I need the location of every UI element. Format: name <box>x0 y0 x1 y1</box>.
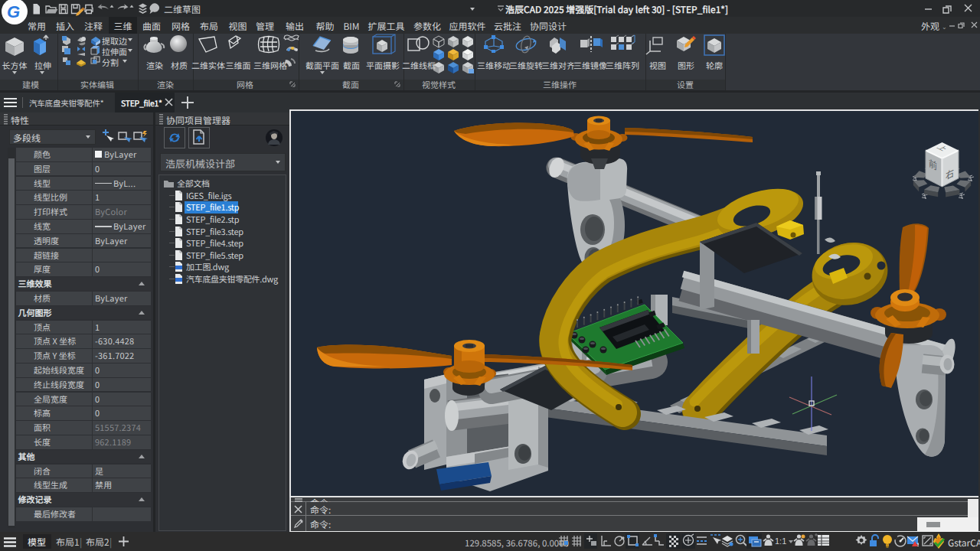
svg-text:1:1: 1:1 <box>775 536 786 546</box>
svg-text:G: G <box>7 2 20 21</box>
